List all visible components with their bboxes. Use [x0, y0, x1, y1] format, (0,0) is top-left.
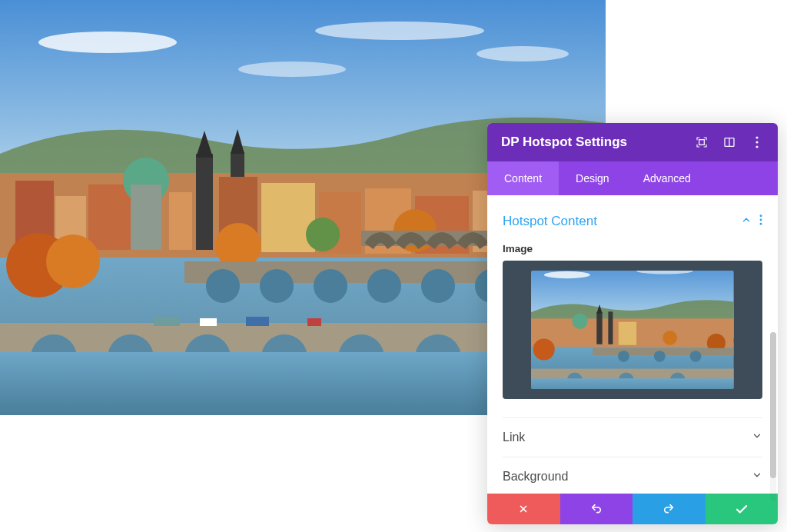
- svg-rect-53: [246, 317, 269, 326]
- panel-title: DP Hotspot Settings: [501, 135, 689, 150]
- svg-rect-20: [261, 183, 315, 252]
- image-upload-well[interactable]: [503, 261, 762, 399]
- svg-point-75: [662, 331, 677, 345]
- svg-point-3: [238, 62, 346, 77]
- svg-point-78: [618, 351, 629, 362]
- image-field-label: Image: [503, 243, 762, 254]
- svg-point-63: [760, 223, 762, 225]
- footer-actions: [487, 494, 778, 524]
- svg-point-38: [367, 269, 401, 303]
- svg-point-80: [690, 351, 702, 362]
- settings-panel: DP Hotspot Settings Content Design Advan…: [487, 123, 778, 524]
- svg-point-59: [755, 141, 758, 143]
- expand-icon[interactable]: [695, 135, 709, 149]
- section-title: Hotspot Content: [503, 214, 597, 229]
- chevron-down-icon: [752, 431, 762, 444]
- cancel-button[interactable]: [487, 494, 560, 524]
- svg-rect-14: [169, 192, 192, 250]
- svg-rect-51: [154, 317, 180, 326]
- section-hotspot-content-header[interactable]: Hotspot Content: [503, 211, 762, 240]
- svg-rect-72: [609, 311, 613, 344]
- svg-point-1: [38, 32, 177, 53]
- undo-button[interactable]: [560, 494, 633, 524]
- svg-point-2: [315, 22, 484, 40]
- chevron-up-icon[interactable]: [741, 214, 752, 228]
- redo-button[interactable]: [633, 494, 706, 524]
- svg-rect-73: [619, 321, 636, 344]
- tab-design[interactable]: Design: [559, 161, 626, 195]
- svg-point-37: [314, 269, 347, 303]
- chevron-down-icon: [752, 470, 762, 484]
- image-thumbnail: [531, 271, 734, 390]
- svg-rect-52: [200, 318, 217, 326]
- columns-icon[interactable]: [722, 135, 736, 149]
- svg-point-69: [573, 313, 588, 328]
- section-background-title: Background: [503, 470, 568, 484]
- svg-rect-85: [531, 378, 734, 390]
- svg-point-61: [760, 214, 762, 217]
- section-link-title: Link: [503, 431, 525, 444]
- more-icon[interactable]: [750, 135, 764, 149]
- svg-point-58: [755, 136, 758, 138]
- svg-point-32: [306, 218, 340, 251]
- svg-point-79: [654, 351, 666, 362]
- svg-point-65: [544, 271, 590, 278]
- section-more-icon[interactable]: [759, 214, 762, 228]
- svg-rect-13: [131, 185, 161, 250]
- panel-body: Hotspot Content Image: [487, 195, 778, 494]
- tab-advanced[interactable]: Advanced: [626, 161, 708, 195]
- svg-rect-55: [699, 140, 705, 145]
- scrollbar-thumb[interactable]: [770, 332, 776, 478]
- svg-point-62: [760, 219, 762, 221]
- section-background[interactable]: Background: [503, 457, 762, 494]
- tab-content[interactable]: Content: [487, 161, 559, 195]
- svg-rect-15: [196, 154, 213, 250]
- svg-point-35: [206, 269, 240, 303]
- svg-rect-70: [596, 312, 602, 344]
- svg-point-74: [533, 338, 555, 360]
- svg-point-39: [421, 269, 455, 303]
- scrollbar[interactable]: [770, 332, 776, 501]
- panel-header: DP Hotspot Settings: [487, 123, 778, 161]
- svg-rect-11: [88, 185, 131, 250]
- save-button[interactable]: [706, 494, 779, 524]
- svg-point-27: [46, 234, 100, 288]
- svg-point-4: [477, 46, 569, 62]
- section-link[interactable]: Link: [503, 417, 762, 457]
- svg-point-60: [755, 145, 758, 148]
- svg-point-36: [260, 269, 294, 303]
- svg-rect-54: [307, 318, 321, 326]
- tabs: Content Design Advanced: [487, 161, 778, 195]
